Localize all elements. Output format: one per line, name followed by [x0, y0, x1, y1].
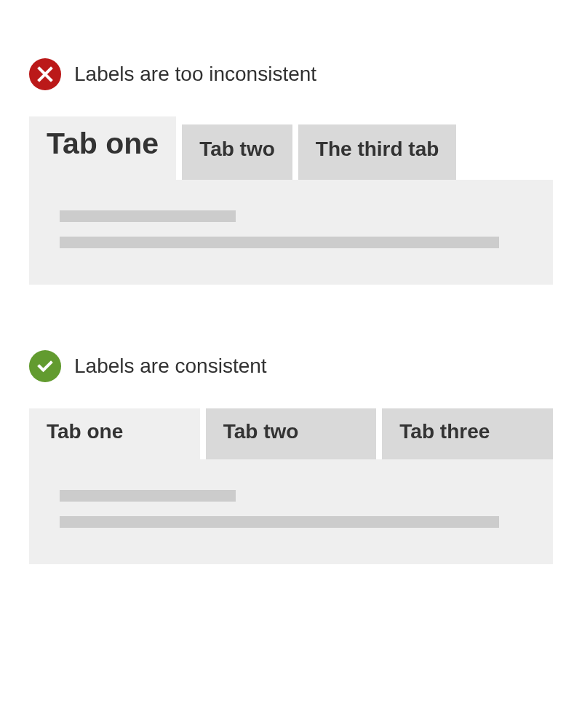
skeleton-line: [60, 490, 236, 502]
skeleton-line: [60, 237, 499, 248]
tab-panel: [29, 180, 553, 285]
caption-text: Labels are too inconsistent: [74, 63, 316, 86]
tab-panel: [29, 459, 553, 564]
example-good: Labels are consistent Tab one Tab two Ta…: [29, 350, 553, 564]
example-bad: Labels are too inconsistent Tab one Tab …: [29, 58, 553, 285]
tab-two[interactable]: Tab two: [206, 408, 377, 459]
tab-one[interactable]: Tab one: [29, 116, 176, 180]
check-icon: [29, 350, 61, 382]
tab-two[interactable]: Tab two: [182, 124, 292, 180]
caption-row: Labels are too inconsistent: [29, 58, 553, 90]
tab-list: Tab one Tab two Tab three: [29, 408, 553, 459]
cross-icon: [29, 58, 61, 90]
caption-text: Labels are consistent: [74, 355, 267, 378]
caption-row: Labels are consistent: [29, 350, 553, 382]
tab-three[interactable]: The third tab: [298, 124, 457, 180]
skeleton-line: [60, 210, 236, 222]
tab-list: Tab one Tab two The third tab: [29, 116, 553, 180]
skeleton-line: [60, 516, 499, 528]
tab-three[interactable]: Tab three: [382, 408, 553, 459]
tab-one[interactable]: Tab one: [29, 408, 200, 459]
